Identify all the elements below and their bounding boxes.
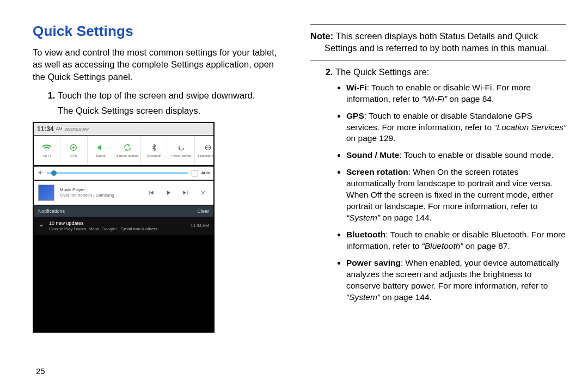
clear-button[interactable]: Clear	[197, 208, 209, 215]
tile-power[interactable]: Power saving	[168, 136, 195, 165]
rotation-link: “System”	[346, 213, 380, 222]
tile-label: Bluetooth	[148, 154, 161, 158]
power-tail: on page 144.	[380, 292, 432, 302]
manual-page: Quick Settings To view and control the m…	[0, 0, 588, 392]
gps-link: “Location Services”	[494, 122, 566, 132]
brightness-icon	[37, 169, 44, 178]
tile-sound[interactable]: Sound	[88, 136, 114, 165]
notification-sub: Google Play Books, Maps, Google+, Gmail …	[49, 226, 157, 231]
wifi-icon	[42, 143, 52, 152]
sound-icon	[96, 143, 106, 152]
bullet-power: Power saving: When enabled, your device …	[346, 258, 566, 303]
wifi-tail: on page 84.	[447, 94, 494, 103]
device-figure: 11:34 AM WEDNESDAY Wi-Fi	[33, 122, 212, 333]
power-icon	[176, 143, 186, 152]
left-column: Quick Settings To view and control the m…	[33, 22, 289, 376]
intro-paragraph: To view and control the most common sett…	[33, 46, 289, 83]
step-2: The Quick Settings are:	[335, 66, 566, 78]
auto-label: Auto	[201, 170, 210, 176]
note-bottom-rule	[310, 60, 566, 60]
clock-date: WEDNESDAY	[65, 127, 89, 131]
tile-label: Sound	[96, 154, 105, 158]
note-text: This screen displays both Status Details…	[324, 31, 549, 53]
prev-icon[interactable]	[145, 187, 157, 199]
note-paragraph: Note: This screen displays both Status D…	[324, 30, 566, 54]
tile-rotation[interactable]: Screen rotation	[114, 136, 141, 165]
step-1-sub: The Quick Settings screen displays.	[58, 105, 289, 117]
bt-title: Bluetooth	[346, 230, 385, 239]
gps-title: GPS	[346, 111, 364, 120]
bullet-sound: Sound / Mute: Touch to enable or disable…	[346, 150, 566, 161]
blocking-icon	[203, 143, 213, 152]
play-icon[interactable]	[162, 187, 174, 199]
brightness-row[interactable]: Auto	[34, 167, 213, 180]
step-2-lead: The Quick Settings are:	[335, 67, 429, 77]
bullet-gps: GPS: Touch to enable or disable Standalo…	[346, 111, 566, 145]
rotate-icon	[122, 143, 132, 152]
right-column: Note: This screen displays both Status D…	[310, 22, 566, 376]
step-1-text: Touch the top of the screen and swipe do…	[58, 90, 255, 100]
notification-item[interactable]: 10 new updates Google Play Books, Maps, …	[34, 217, 213, 236]
note-label: Note:	[310, 31, 333, 41]
sound-body: : Touch to enable or disable sound mode.	[399, 150, 553, 160]
section-heading: Quick Settings	[33, 22, 289, 41]
player-text: Music Player Over the horizon / Samsung	[60, 187, 139, 199]
download-icon	[38, 222, 45, 231]
brightness-slider[interactable]	[47, 172, 188, 174]
tile-blocking[interactable]: Blocking mode	[195, 136, 215, 165]
tile-bluetooth[interactable]: Bluetooth	[141, 136, 168, 165]
notifications-header: Notifications Clear	[34, 206, 213, 217]
next-icon[interactable]	[180, 187, 192, 199]
notifications-label: Notifications	[38, 208, 65, 215]
empty-area	[34, 235, 213, 332]
notification-title: 10 new updates	[49, 220, 186, 226]
bullet-rotation: Screen rotation: When On the screen rota…	[346, 167, 566, 224]
step-list-2: The Quick Settings are:	[310, 66, 566, 78]
clock-ampm: AM	[56, 126, 63, 132]
clock-time: 11:34	[37, 125, 54, 133]
power-title: Power saving	[346, 258, 401, 267]
bt-tail: on page 87.	[463, 241, 510, 250]
quick-tiles-row: Wi-Fi GPS Sound	[34, 135, 215, 166]
svg-point-6	[39, 171, 41, 174]
bullet-bluetooth: Bluetooth: Touch to enable or disable Bl…	[346, 229, 566, 252]
tile-label: Screen rotation	[117, 154, 139, 158]
bullet-wifi: Wi-Fi: Touch to enable or disable Wi-Fi.…	[346, 82, 566, 105]
tile-wifi[interactable]: Wi-Fi	[34, 136, 60, 165]
rotation-tail: on page 144.	[380, 213, 432, 222]
bt-link: “Bluetooth”	[422, 241, 463, 250]
gps-icon	[69, 143, 78, 152]
tile-label: Power saving	[171, 154, 191, 158]
player-title: Music Player	[60, 187, 139, 193]
tile-gps[interactable]: GPS	[60, 136, 87, 165]
auto-checkbox[interactable]	[192, 170, 198, 176]
settings-bullets: Wi-Fi: Touch to enable or disable Wi-Fi.…	[335, 82, 566, 303]
music-player-row: Music Player Over the horizon / Samsung	[34, 181, 213, 205]
sound-title: Sound / Mute	[346, 150, 399, 160]
tile-label: Blocking mode	[197, 154, 215, 158]
tile-label: GPS	[70, 154, 77, 158]
album-art	[38, 185, 54, 201]
step-list: Touch the top of the screen and swipe do…	[33, 89, 289, 117]
bluetooth-icon	[149, 143, 159, 152]
tile-label: Wi-Fi	[43, 154, 51, 158]
rotation-title: Screen rotation	[346, 167, 408, 176]
close-icon[interactable]	[197, 187, 209, 199]
svg-point-0	[72, 146, 75, 149]
notification-time: 11:34 AM	[191, 223, 209, 229]
status-bar: 11:34 AM WEDNESDAY	[34, 123, 213, 135]
step-1: Touch the top of the screen and swipe do…	[58, 89, 289, 117]
gps-tail: on page 129.	[346, 133, 396, 143]
power-link: “System”	[346, 292, 380, 302]
device-frame: 11:34 AM WEDNESDAY Wi-Fi	[33, 122, 215, 333]
player-sub: Over the horizon / Samsung	[60, 193, 139, 199]
note-top-rule	[310, 24, 566, 24]
wifi-title: Wi-Fi	[346, 83, 367, 92]
page-number: 25	[36, 366, 45, 376]
wifi-link: “Wi-Fi”	[422, 94, 447, 103]
